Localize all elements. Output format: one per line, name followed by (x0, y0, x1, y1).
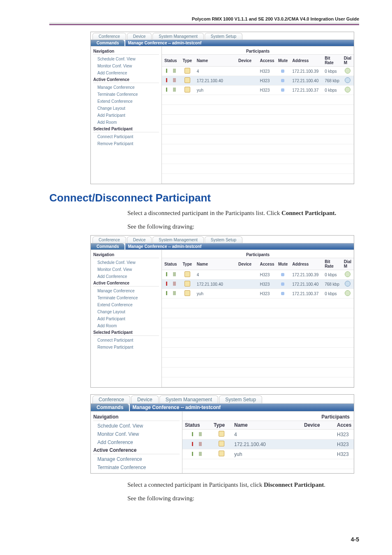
tab-conference[interactable]: Conference (92, 236, 126, 243)
col-device[interactable]: Device (302, 421, 334, 430)
sidebar-terminate-conference[interactable]: Terminate Conference (93, 91, 159, 98)
tab-sys-mgmt[interactable]: System Management (159, 395, 218, 403)
participants-table-zoom: Status Type Name Device Acces 4H323172.2… (182, 421, 354, 469)
cell-name: yuh (232, 449, 302, 459)
sidebar-add-conference[interactable]: Add Conference (93, 438, 180, 446)
table-row (162, 368, 354, 377)
sidebar: Navigation Schedule Conf. View Monitor C… (91, 46, 162, 184)
sidebar-manage-conference[interactable]: Manage Conference (93, 287, 159, 294)
commands-tab[interactable]: Commands (91, 404, 129, 411)
col-type[interactable]: Type (211, 421, 232, 430)
col-address[interactable]: Address (290, 55, 322, 67)
sidebar-remove-participant[interactable]: Remove Participant (93, 140, 159, 147)
col-device[interactable]: Device (236, 258, 258, 270)
col-access[interactable]: Access (257, 55, 275, 67)
sidebar-extend-conference[interactable]: Extend Conference (93, 301, 159, 308)
sidebar-connect-participant[interactable]: Connect Participant (93, 133, 159, 140)
col-type[interactable]: Type (180, 55, 194, 67)
commands-tab[interactable]: Commands (91, 40, 125, 46)
sidebar-connect-participant[interactable]: Connect Participant (93, 337, 159, 344)
sidebar-add-conference[interactable]: Add Conference (93, 273, 159, 280)
table-row[interactable]: yuhH323172.21.100.370 kbps (162, 289, 354, 298)
sidebar-manage-conference[interactable]: Manage Conference (93, 455, 180, 463)
cell-address: 172.21.100.40 (290, 76, 322, 86)
col-name[interactable]: Name (232, 421, 302, 430)
commands-tab[interactable]: Commands (91, 243, 125, 250)
col-bitrate[interactable]: Bit Rate (322, 55, 341, 67)
table-row[interactable]: 172.21.100.40H323172.21.100.40768 kbp (162, 280, 354, 289)
person-icon (184, 87, 190, 92)
col-name[interactable]: Name (194, 258, 236, 270)
tab-device[interactable]: Device (127, 236, 152, 243)
cell-name: 4 (194, 270, 236, 280)
cell-bitrate: 768 kbp (322, 76, 341, 86)
col-dial[interactable]: Dial M (341, 258, 354, 270)
col-dial[interactable]: Dial M (341, 55, 354, 67)
col-name[interactable]: Name (194, 55, 236, 67)
sidebar-monitor-view[interactable]: Monitor Conf. View (93, 266, 159, 273)
screenshot-3: Conference Device System Management Syst… (90, 394, 354, 474)
sidebar-add-participant[interactable]: Add Participant (93, 112, 159, 119)
col-address[interactable]: Address (290, 258, 322, 270)
table-row[interactable]: 172.21.100.40H323 (182, 439, 354, 449)
screenshot-1: Conference Device System Management Syst… (90, 32, 354, 184)
col-status[interactable]: Status (162, 55, 180, 67)
table-row[interactable]: yuhH323 (182, 449, 354, 459)
col-status[interactable]: Status (162, 258, 180, 270)
title-bar: Manage Conference -- admin-testconf (125, 243, 354, 250)
status-icon (192, 452, 202, 456)
sidebar-monitor-view[interactable]: Monitor Conf. View (93, 62, 159, 69)
cell-access: H323 (257, 86, 275, 95)
sidebar-add-room[interactable]: Add Room (93, 322, 159, 329)
mute-icon (281, 292, 284, 295)
tab-sys-setup[interactable]: System Setup (205, 33, 242, 39)
sidebar-manage-conference[interactable]: Manage Conference (93, 84, 159, 91)
tab-sys-mgmt[interactable]: System Management (152, 236, 204, 243)
table-row (162, 338, 354, 348)
sidebar-change-layout[interactable]: Change Layout (93, 105, 159, 112)
sidebar-schedule-view[interactable]: Schedule Conf. View (93, 56, 159, 62)
sidebar-schedule-view[interactable]: Schedule Conf. View (93, 259, 159, 266)
col-bitrate[interactable]: Bit Rate (322, 258, 341, 270)
col-type[interactable]: Type (180, 258, 194, 270)
tab-sys-setup[interactable]: System Setup (219, 395, 262, 403)
person-icon (184, 281, 190, 287)
sidebar-add-conference[interactable]: Add Conference (93, 69, 159, 76)
table-row[interactable]: yuhH323172.21.100.370 kbps (162, 86, 354, 95)
status-icon (166, 88, 176, 92)
sidebar-add-room[interactable]: Add Room (93, 119, 159, 126)
active-conf-header: Active Conference (93, 446, 180, 454)
sidebar-extend-conference[interactable]: Extend Conference (93, 98, 159, 105)
tab-device[interactable]: Device (127, 33, 152, 39)
tab-sys-setup[interactable]: System Setup (205, 236, 242, 243)
col-access[interactable]: Acces (334, 421, 354, 430)
table-row[interactable]: 4H323 (182, 430, 354, 439)
col-device[interactable]: Device (236, 55, 258, 67)
col-mute[interactable]: Mute (276, 258, 290, 270)
sidebar-terminate-conference[interactable]: Terminate Conference (93, 294, 159, 301)
table-row (162, 328, 354, 338)
sidebar-schedule-view[interactable]: Schedule Conf. View (93, 422, 180, 430)
sidebar-monitor-view[interactable]: Monitor Conf. View (93, 430, 180, 438)
tab-conference[interactable]: Conference (92, 33, 126, 39)
table-row[interactable]: 4H323172.21.100.390 kbps (162, 270, 354, 280)
cell-address: 172.21.100.39 (290, 67, 322, 76)
sidebar: Navigation Schedule Conf. View Monitor C… (91, 250, 162, 387)
tab-device[interactable]: Device (131, 395, 159, 403)
sidebar-change-layout[interactable]: Change Layout (93, 308, 159, 315)
cell-access: H323 (257, 289, 275, 298)
table-row[interactable]: 4H323172.21.100.390 kbps (162, 67, 354, 76)
table-row (162, 308, 354, 318)
col-mute[interactable]: Mute (276, 55, 290, 67)
sidebar: Navigation Schedule Conf. View Monitor C… (91, 412, 182, 473)
col-access[interactable]: Access (257, 258, 275, 270)
col-status[interactable]: Status (182, 421, 211, 430)
table-row (162, 164, 354, 174)
table-row[interactable]: 172.21.100.40H323172.21.100.40768 kbp (162, 76, 354, 86)
sidebar-remove-participant[interactable]: Remove Participant (93, 344, 159, 351)
tab-conference[interactable]: Conference (92, 395, 130, 403)
doc-header: Polycom RMX 1000 V1.1.1 and SE 200 V3.0.… (49, 16, 359, 23)
tab-sys-mgmt[interactable]: System Management (152, 33, 204, 39)
sidebar-add-participant[interactable]: Add Participant (93, 315, 159, 322)
sidebar-terminate-conference[interactable]: Terminate Conference (93, 463, 180, 472)
